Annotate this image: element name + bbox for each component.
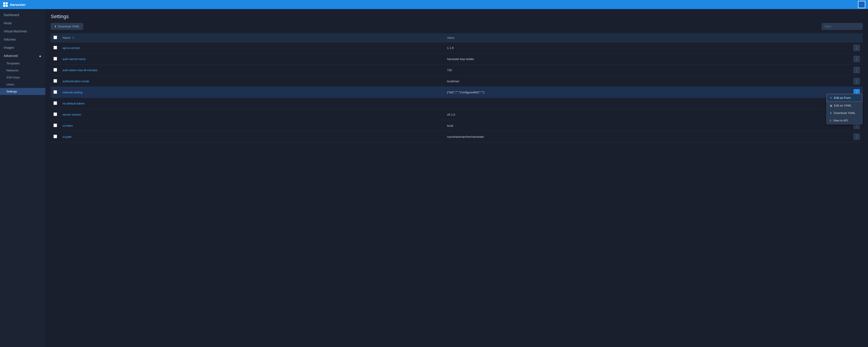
row-name-link[interactable]: ui-path xyxy=(62,135,71,139)
sidebar-item-label: Settings xyxy=(6,90,17,93)
row-name-link[interactable]: auth-token-max-ttl-minutes xyxy=(62,68,98,72)
sidebar-item-label: SSH Keys xyxy=(6,76,20,79)
dropdown-item-label: View in API xyxy=(833,119,848,122)
table-row: api-ui-version1.1.9⋮ xyxy=(51,42,863,54)
sidebar-item-users[interactable]: Users xyxy=(0,81,45,88)
row-value xyxy=(444,98,851,109)
row-action-button[interactable]: ⋮ xyxy=(854,134,860,140)
actions-column-header xyxy=(851,33,863,42)
row-name-link[interactable]: network-setting xyxy=(62,91,83,94)
sidebar-item-label: Hosts xyxy=(4,21,12,25)
row-name-link[interactable]: server-version xyxy=(62,113,81,116)
toolbar: ⬇ Download YAML xyxy=(51,23,863,30)
download-yaml-icon: ⬇ xyxy=(830,112,832,115)
sidebar-item-label: Templates xyxy=(6,62,20,65)
table-row: server-versionv0.1.0⋮ xyxy=(51,109,863,120)
row-checkbox[interactable] xyxy=(54,123,57,127)
select-all-header xyxy=(51,33,60,42)
row-value: v0.1.0 xyxy=(444,109,851,120)
row-checkbox[interactable] xyxy=(54,101,57,105)
sidebar-item-templates[interactable]: Templates xyxy=(0,60,45,67)
harvester-logo xyxy=(3,2,8,7)
sidebar-item-label: Users xyxy=(6,83,14,86)
row-checkbox[interactable] xyxy=(54,46,57,50)
table-row: authentication-modelocalUser⋮ xyxy=(51,76,863,87)
row-value: /usr/share/rancher/harvester xyxy=(444,131,851,142)
row-name-link[interactable]: ui-index xyxy=(62,124,73,127)
table-row: ui-path/usr/share/rancher/harvester⋮ xyxy=(51,131,863,142)
sidebar-item-label: Volumes xyxy=(4,38,16,41)
sidebar-section-advanced[interactable]: Advanced ▲ xyxy=(0,52,45,60)
svg-rect-3 xyxy=(6,5,8,7)
edit-form-icon: ✎ xyxy=(830,96,832,99)
row-actions-cell: ⋮ xyxy=(851,76,863,87)
row-action-button[interactable]: ⋮ xyxy=(854,78,860,84)
sidebar-item-networks[interactable]: Networks xyxy=(0,67,45,74)
download-yaml-button[interactable]: ⬇ Download YAML xyxy=(51,23,83,30)
row-value: {"NIC":"","ConfiguredNIC":""} xyxy=(444,87,851,98)
svg-rect-1 xyxy=(6,2,8,4)
sidebar-item-label: Networks xyxy=(6,69,19,72)
sidebar-item-label: Images xyxy=(4,46,14,50)
table-row: no-default-admin⋮ xyxy=(51,98,863,109)
row-actions-cell: ⋮ xyxy=(851,131,863,142)
dropdown-item-download-yaml[interactable]: ⬇ Download YAML xyxy=(827,109,862,117)
row-checkbox[interactable] xyxy=(54,68,57,71)
select-all-checkbox[interactable] xyxy=(54,36,57,39)
app-name: Harvester xyxy=(10,3,26,6)
dropdown-item-edit-as-yaml[interactable]: ▣ Edit as YAML xyxy=(827,102,862,109)
sidebar: Dashboard Hosts Virtual Machines Volumes… xyxy=(0,9,45,347)
sidebar-item-images[interactable]: Images xyxy=(0,44,45,52)
row-action-button[interactable]: ⋮ xyxy=(854,67,860,73)
view-api-icon: ⎘ xyxy=(830,119,831,122)
row-checkbox[interactable] xyxy=(54,112,57,116)
chevron-up-icon: ▲ xyxy=(38,54,42,58)
sidebar-item-label: Virtual Machines xyxy=(4,29,27,33)
sidebar-item-virtual-machines[interactable]: Virtual Machines xyxy=(0,27,45,35)
row-action-button[interactable]: ⋮ xyxy=(854,45,860,51)
edit-yaml-icon: ▣ xyxy=(830,104,832,107)
row-action-button[interactable]: ⋮ xyxy=(854,56,860,62)
dropdown-item-label: Download YAML xyxy=(834,111,856,115)
user-avatar[interactable] xyxy=(858,1,865,8)
row-value: 1.1.9 xyxy=(444,42,851,54)
dropdown-item-label: Edit as YAML xyxy=(834,104,852,107)
brand: Harvester xyxy=(3,2,26,7)
row-checkbox[interactable] xyxy=(54,57,57,60)
dropdown-item-label: Edit as Form xyxy=(834,96,851,99)
filter-input[interactable] xyxy=(822,23,863,30)
row-name-link[interactable]: api-ui-version xyxy=(62,46,80,50)
row-name-link[interactable]: authentication-mode xyxy=(62,80,89,83)
dropdown-item-view-in-api[interactable]: ⎘ View in API xyxy=(827,117,862,124)
table-row: ui-indexlocal⋮ xyxy=(51,120,863,131)
sidebar-item-volumes[interactable]: Volumes xyxy=(0,35,45,44)
row-name-link[interactable]: auth-secret-name xyxy=(62,57,86,61)
svg-rect-0 xyxy=(3,2,5,4)
row-name-link[interactable]: no-default-admin xyxy=(62,102,85,105)
settings-table: Name ⇕ Value api-ui-version1.1.9⋮auth-se… xyxy=(51,33,863,142)
sidebar-item-hosts[interactable]: Hosts xyxy=(0,19,45,27)
main-content: Settings ⬇ Download YAML xyxy=(45,9,868,347)
table-row: network-setting{"NIC":"","ConfiguredNIC"… xyxy=(51,87,863,98)
row-checkbox[interactable] xyxy=(54,79,57,83)
dropdown-item-edit-as-form[interactable]: ✎ Edit as Form xyxy=(827,94,862,102)
sort-icon: ⇕ xyxy=(72,36,74,39)
row-value: harvester-key-holder xyxy=(444,54,851,65)
sidebar-item-settings[interactable]: Settings xyxy=(0,88,45,95)
row-actions-cell: ⋮ xyxy=(851,65,863,76)
page-title: Settings xyxy=(51,13,863,20)
row-checkbox[interactable] xyxy=(54,90,57,94)
row-checkbox[interactable] xyxy=(54,135,57,138)
table-row: auth-token-max-ttl-minutes720⋮ xyxy=(51,65,863,76)
row-value: local xyxy=(444,120,851,131)
row-value: 720 xyxy=(444,65,851,76)
sidebar-item-dashboard[interactable]: Dashboard xyxy=(0,11,45,19)
toolbar-left: ⬇ Download YAML xyxy=(51,23,83,30)
name-column-header[interactable]: Name ⇕ xyxy=(60,33,444,42)
table-header-row: Name ⇕ Value xyxy=(51,33,863,42)
sidebar-item-ssh-keys[interactable]: SSH Keys xyxy=(0,74,45,81)
download-yaml-label: Download YAML xyxy=(58,25,80,28)
table-row: auth-secret-nameharvester-key-holder⋮ xyxy=(51,54,863,65)
advanced-label: Advanced xyxy=(4,54,18,58)
row-actions-cell: ⋮ xyxy=(851,42,863,54)
